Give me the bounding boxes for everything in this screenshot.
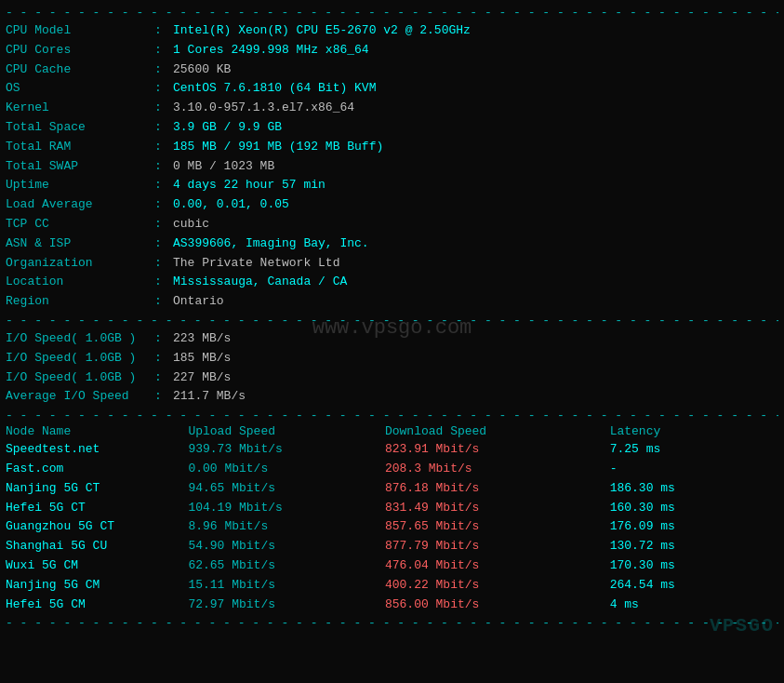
tcp-cc-label: TCP CC	[6, 215, 154, 234]
net-upload-2: 94.65 Mbit/s	[188, 479, 385, 499]
net-node-8: Hefei 5G CM	[6, 596, 188, 615]
cpu-cores-colon: :	[154, 41, 173, 60]
col-upload: Upload Speed	[188, 424, 385, 440]
sysinfo-section: CPU Model : Intel(R) Xeon(R) CPU E5-2670…	[6, 21, 778, 312]
net-latency-8: 4 ms	[610, 596, 778, 615]
total-ram-row: Total RAM : 185 MB / 991 MB (192 MB Buff…	[6, 138, 778, 157]
net-download-7: 400.22 Mbit/s	[385, 576, 610, 596]
network-row-6: Wuxi 5G CM62.65 Mbit/s476.04 Mbit/s170.3…	[6, 556, 778, 576]
net-node-1: Fast.com	[6, 460, 188, 479]
load-avg-row: Load Average : 0.00, 0.01, 0.05	[6, 195, 778, 215]
total-ram-colon: :	[154, 138, 173, 157]
net-node-2: Nanjing 5G CT	[6, 479, 188, 499]
network-row-0: Speedtest.net939.73 Mbit/s823.91 Mbit/s7…	[6, 440, 778, 460]
network-row-3: Hefei 5G CT104.19 Mbit/s831.49 Mbit/s160…	[6, 499, 778, 518]
asn-isp-label: ASN & ISP	[6, 234, 154, 254]
network-row-4: Guangzhou 5G CT8.96 Mbit/s857.65 Mbit/s1…	[6, 517, 778, 537]
net-node-4: Guangzhou 5G CT	[6, 517, 188, 537]
uptime-colon: :	[154, 176, 173, 195]
col-latency: Latency	[610, 424, 778, 440]
total-swap-label: Total SWAP	[6, 157, 154, 177]
network-table-header: Node Name Upload Speed Download Speed La…	[6, 424, 778, 440]
net-upload-7: 15.11 Mbit/s	[188, 576, 385, 596]
region-colon: :	[154, 292, 173, 312]
io-speed-2-value: 185 MB/s	[173, 349, 231, 368]
cpu-cache-label: CPU Cache	[6, 60, 154, 80]
cpu-cache-row: CPU Cache : 25600 KB	[6, 60, 778, 80]
net-download-3: 831.49 Mbit/s	[385, 499, 610, 518]
asn-isp-row: ASN & ISP : AS399606, Imaging Bay, Inc.	[6, 234, 778, 254]
load-avg-value: 0.00, 0.01, 0.05	[173, 195, 289, 215]
net-node-6: Wuxi 5G CM	[6, 556, 188, 576]
cpu-model-value: Intel(R) Xeon(R) CPU E5-2670 v2 @ 2.50GH…	[173, 21, 471, 41]
location-value: Mississauga, Canada / CA	[173, 273, 347, 292]
asn-isp-value: AS399606, Imaging Bay, Inc.	[173, 234, 369, 254]
total-space-colon: :	[154, 118, 173, 138]
io-speed-1-row: I/O Speed( 1.0GB ) : 223 MB/s	[6, 329, 778, 349]
net-download-5: 877.79 Mbit/s	[385, 537, 610, 556]
net-upload-0: 939.73 Mbit/s	[188, 440, 385, 460]
io-speed-3-colon: :	[154, 368, 173, 388]
network-table: Node Name Upload Speed Download Speed La…	[6, 424, 778, 614]
uptime-value: 4 days 22 hour 57 min	[173, 176, 326, 195]
avg-io-speed-value: 211.7 MB/s	[173, 387, 246, 407]
uptime-label: Uptime	[6, 176, 154, 195]
avg-io-speed-colon: :	[154, 387, 173, 407]
tcp-cc-row: TCP CC : cubic	[6, 215, 778, 234]
io-speed-3-value: 227 MB/s	[173, 368, 231, 388]
net-upload-6: 62.65 Mbit/s	[188, 556, 385, 576]
tcp-cc-value: cubic	[173, 215, 209, 234]
total-ram-value: 185 MB / 991 MB (192 MB Buff)	[173, 138, 383, 157]
cpu-model-row: CPU Model : Intel(R) Xeon(R) CPU E5-2670…	[6, 21, 778, 41]
net-download-4: 857.65 Mbit/s	[385, 517, 610, 537]
net-download-8: 856.00 Mbit/s	[385, 596, 610, 615]
net-node-3: Hefei 5G CT	[6, 499, 188, 518]
io-speed-3-row: I/O Speed( 1.0GB ) : 227 MB/s	[6, 368, 778, 388]
io-speed-1-colon: :	[154, 329, 173, 349]
network-row-7: Nanjing 5G CM15.11 Mbit/s400.22 Mbit/s26…	[6, 576, 778, 596]
avg-io-speed-label: Average I/O Speed	[6, 387, 154, 407]
cpu-cores-label: CPU Cores	[6, 41, 154, 60]
total-space-row: Total Space : 3.9 GB / 9.9 GB	[6, 118, 778, 138]
region-row: Region : Ontario	[6, 292, 778, 312]
net-latency-5: 130.72 ms	[610, 537, 778, 556]
io-speed-1-label: I/O Speed( 1.0GB )	[6, 329, 154, 349]
net-latency-3: 160.30 ms	[610, 499, 778, 518]
organization-colon: :	[154, 254, 173, 274]
divider-top: - - - - - - - - - - - - - - - - - - - - …	[6, 6, 778, 20]
tcp-cc-colon: :	[154, 215, 173, 234]
total-swap-value: 0 MB / 1023 MB	[173, 157, 274, 177]
network-row-8: Hefei 5G CM72.97 Mbit/s856.00 Mbit/s4 ms	[6, 596, 778, 615]
location-label: Location	[6, 273, 154, 292]
total-space-value: 3.9 GB / 9.9 GB	[173, 118, 282, 138]
net-latency-1: -	[610, 460, 778, 479]
total-space-label: Total Space	[6, 118, 154, 138]
total-ram-label: Total RAM	[6, 138, 154, 157]
cpu-model-label: CPU Model	[6, 21, 154, 41]
divider-mid2: - - - - - - - - - - - - - - - - - - - - …	[6, 408, 778, 422]
asn-isp-colon: :	[154, 234, 173, 254]
net-upload-1: 0.00 Mbit/s	[188, 460, 385, 479]
net-latency-0: 7.25 ms	[610, 440, 778, 460]
total-swap-row: Total SWAP : 0 MB / 1023 MB	[6, 157, 778, 177]
kernel-value: 3.10.0-957.1.3.el7.x86_64	[173, 99, 354, 118]
avg-io-speed-row: Average I/O Speed : 211.7 MB/s	[6, 387, 778, 407]
location-row: Location : Mississauga, Canada / CA	[6, 273, 778, 292]
os-label: OS	[6, 79, 154, 99]
total-swap-colon: :	[154, 157, 173, 177]
io-speed-2-row: I/O Speed( 1.0GB ) : 185 MB/s	[6, 349, 778, 368]
network-row-5: Shanghai 5G CU54.90 Mbit/s877.79 Mbit/s1…	[6, 537, 778, 556]
net-upload-3: 104.19 Mbit/s	[188, 499, 385, 518]
io-speed-3-label: I/O Speed( 1.0GB )	[6, 368, 154, 388]
cpu-model-colon: :	[154, 21, 173, 41]
load-avg-colon: :	[154, 195, 173, 215]
col-node: Node Name	[6, 424, 188, 440]
net-upload-4: 8.96 Mbit/s	[188, 517, 385, 537]
kernel-label: Kernel	[6, 99, 154, 118]
net-latency-2: 186.30 ms	[610, 479, 778, 499]
os-colon: :	[154, 79, 173, 99]
net-latency-6: 170.30 ms	[610, 556, 778, 576]
network-row-1: Fast.com0.00 Mbit/s208.3 Mbit/s-	[6, 460, 778, 479]
net-latency-4: 176.09 ms	[610, 517, 778, 537]
load-avg-label: Load Average	[6, 195, 154, 215]
